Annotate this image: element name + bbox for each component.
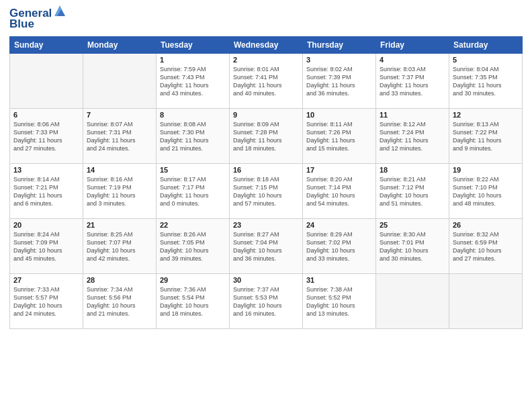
day-info: Sunrise: 7:38 AM Sunset: 5:52 PM Dayligh… bbox=[306, 285, 372, 318]
day-cell: 20Sunrise: 8:24 AM Sunset: 7:09 PM Dayli… bbox=[10, 219, 83, 274]
day-cell: 21Sunrise: 8:25 AM Sunset: 7:07 PM Dayli… bbox=[83, 219, 157, 274]
week-row-2: 13Sunrise: 8:14 AM Sunset: 7:21 PM Dayli… bbox=[10, 164, 523, 219]
day-cell: 16Sunrise: 8:18 AM Sunset: 7:15 PM Dayli… bbox=[230, 164, 303, 219]
day-number: 25 bbox=[380, 221, 445, 229]
day-number: 17 bbox=[306, 166, 372, 174]
day-number: 8 bbox=[160, 111, 226, 119]
day-info: Sunrise: 8:09 AM Sunset: 7:28 PM Dayligh… bbox=[233, 120, 299, 153]
day-number: 27 bbox=[13, 276, 79, 284]
day-cell: 3Sunrise: 8:02 AM Sunset: 7:39 PM Daylig… bbox=[303, 54, 376, 109]
week-row-4: 27Sunrise: 7:33 AM Sunset: 5:57 PM Dayli… bbox=[10, 274, 523, 329]
day-cell: 7Sunrise: 8:07 AM Sunset: 7:31 PM Daylig… bbox=[83, 109, 157, 164]
day-info: Sunrise: 8:13 AM Sunset: 7:22 PM Dayligh… bbox=[453, 120, 519, 153]
header: General Blue bbox=[9, 7, 523, 31]
weekday-sunday: Sunday bbox=[10, 37, 83, 54]
day-cell: 11Sunrise: 8:12 AM Sunset: 7:24 PM Dayli… bbox=[376, 109, 449, 164]
day-cell: 23Sunrise: 8:27 AM Sunset: 7:04 PM Dayli… bbox=[230, 219, 303, 274]
day-cell: 31Sunrise: 7:38 AM Sunset: 5:52 PM Dayli… bbox=[303, 274, 376, 329]
day-number: 10 bbox=[306, 111, 372, 119]
logo: General Blue bbox=[9, 7, 66, 31]
day-number: 22 bbox=[160, 221, 226, 229]
day-number: 9 bbox=[233, 111, 299, 119]
day-cell: 9Sunrise: 8:09 AM Sunset: 7:28 PM Daylig… bbox=[230, 109, 303, 164]
day-cell: 15Sunrise: 8:17 AM Sunset: 7:17 PM Dayli… bbox=[157, 164, 230, 219]
day-number: 19 bbox=[453, 166, 519, 174]
day-info: Sunrise: 8:24 AM Sunset: 7:09 PM Dayligh… bbox=[13, 230, 79, 263]
day-cell: 30Sunrise: 7:37 AM Sunset: 5:53 PM Dayli… bbox=[230, 274, 303, 329]
page: General Blue SundayMondayTuesdayWednesda… bbox=[0, 0, 532, 411]
day-info: Sunrise: 8:07 AM Sunset: 7:31 PM Dayligh… bbox=[87, 120, 152, 153]
day-cell: 26Sunrise: 8:32 AM Sunset: 6:59 PM Dayli… bbox=[449, 219, 523, 274]
day-cell: 8Sunrise: 8:08 AM Sunset: 7:30 PM Daylig… bbox=[157, 109, 230, 164]
day-info: Sunrise: 7:33 AM Sunset: 5:57 PM Dayligh… bbox=[13, 285, 79, 318]
day-number: 15 bbox=[160, 166, 226, 174]
day-cell: 22Sunrise: 8:26 AM Sunset: 7:05 PM Dayli… bbox=[157, 219, 230, 274]
day-info: Sunrise: 8:08 AM Sunset: 7:30 PM Dayligh… bbox=[160, 120, 226, 153]
weekday-wednesday: Wednesday bbox=[230, 37, 303, 54]
day-number: 3 bbox=[306, 56, 372, 64]
day-info: Sunrise: 8:27 AM Sunset: 7:04 PM Dayligh… bbox=[233, 230, 299, 263]
day-cell: 27Sunrise: 7:33 AM Sunset: 5:57 PM Dayli… bbox=[10, 274, 83, 329]
day-cell: 14Sunrise: 8:16 AM Sunset: 7:19 PM Dayli… bbox=[83, 164, 157, 219]
day-number: 2 bbox=[233, 56, 299, 64]
day-cell: 2Sunrise: 8:01 AM Sunset: 7:41 PM Daylig… bbox=[230, 54, 303, 109]
day-number: 20 bbox=[13, 221, 79, 229]
day-cell bbox=[376, 274, 449, 329]
day-info: Sunrise: 8:06 AM Sunset: 7:33 PM Dayligh… bbox=[13, 120, 79, 153]
day-info: Sunrise: 7:37 AM Sunset: 5:53 PM Dayligh… bbox=[233, 285, 299, 318]
day-number: 14 bbox=[87, 166, 152, 174]
day-info: Sunrise: 8:04 AM Sunset: 7:35 PM Dayligh… bbox=[453, 65, 519, 98]
day-info: Sunrise: 8:18 AM Sunset: 7:15 PM Dayligh… bbox=[233, 175, 299, 208]
weekday-friday: Friday bbox=[376, 37, 449, 54]
day-number: 26 bbox=[453, 221, 519, 229]
day-cell: 13Sunrise: 8:14 AM Sunset: 7:21 PM Dayli… bbox=[10, 164, 83, 219]
day-info: Sunrise: 8:21 AM Sunset: 7:12 PM Dayligh… bbox=[380, 175, 445, 208]
day-number: 16 bbox=[233, 166, 299, 174]
week-row-0: 1Sunrise: 7:59 AM Sunset: 7:43 PM Daylig… bbox=[10, 54, 523, 109]
day-cell: 29Sunrise: 7:36 AM Sunset: 5:54 PM Dayli… bbox=[157, 274, 230, 329]
day-number: 11 bbox=[380, 111, 445, 119]
weekday-saturday: Saturday bbox=[449, 37, 523, 54]
weekday-thursday: Thursday bbox=[303, 37, 376, 54]
day-cell: 12Sunrise: 8:13 AM Sunset: 7:22 PM Dayli… bbox=[449, 109, 523, 164]
day-info: Sunrise: 8:22 AM Sunset: 7:10 PM Dayligh… bbox=[453, 175, 519, 208]
weekday-tuesday: Tuesday bbox=[157, 37, 230, 54]
day-cell: 1Sunrise: 7:59 AM Sunset: 7:43 PM Daylig… bbox=[157, 54, 230, 109]
day-number: 18 bbox=[380, 166, 445, 174]
day-cell: 28Sunrise: 7:34 AM Sunset: 5:56 PM Dayli… bbox=[83, 274, 157, 329]
weekday-monday: Monday bbox=[83, 37, 157, 54]
day-info: Sunrise: 8:29 AM Sunset: 7:02 PM Dayligh… bbox=[306, 230, 372, 263]
day-number: 13 bbox=[13, 166, 79, 174]
day-info: Sunrise: 7:36 AM Sunset: 5:54 PM Dayligh… bbox=[160, 285, 226, 318]
day-number: 28 bbox=[87, 276, 152, 284]
day-info: Sunrise: 8:01 AM Sunset: 7:41 PM Dayligh… bbox=[233, 65, 299, 98]
day-number: 4 bbox=[380, 56, 445, 64]
weekday-header-row: SundayMondayTuesdayWednesdayThursdayFrid… bbox=[10, 37, 523, 54]
day-info: Sunrise: 8:17 AM Sunset: 7:17 PM Dayligh… bbox=[160, 175, 226, 208]
day-info: Sunrise: 8:14 AM Sunset: 7:21 PM Dayligh… bbox=[13, 175, 79, 208]
day-info: Sunrise: 8:16 AM Sunset: 7:19 PM Dayligh… bbox=[87, 175, 152, 208]
day-cell: 5Sunrise: 8:04 AM Sunset: 7:35 PM Daylig… bbox=[449, 54, 523, 109]
day-cell: 18Sunrise: 8:21 AM Sunset: 7:12 PM Dayli… bbox=[376, 164, 449, 219]
day-cell: 19Sunrise: 8:22 AM Sunset: 7:10 PM Dayli… bbox=[449, 164, 523, 219]
day-number: 29 bbox=[160, 276, 226, 284]
day-info: Sunrise: 8:03 AM Sunset: 7:37 PM Dayligh… bbox=[380, 65, 445, 98]
day-cell: 4Sunrise: 8:03 AM Sunset: 7:37 PM Daylig… bbox=[376, 54, 449, 109]
day-number: 24 bbox=[306, 221, 372, 229]
day-number: 5 bbox=[453, 56, 519, 64]
day-number: 31 bbox=[306, 276, 372, 284]
week-row-3: 20Sunrise: 8:24 AM Sunset: 7:09 PM Dayli… bbox=[10, 219, 523, 274]
day-info: Sunrise: 8:11 AM Sunset: 7:26 PM Dayligh… bbox=[306, 120, 372, 153]
day-info: Sunrise: 7:34 AM Sunset: 5:56 PM Dayligh… bbox=[87, 285, 152, 318]
day-cell: 17Sunrise: 8:20 AM Sunset: 7:14 PM Dayli… bbox=[303, 164, 376, 219]
day-info: Sunrise: 7:59 AM Sunset: 7:43 PM Dayligh… bbox=[160, 65, 226, 98]
day-number: 23 bbox=[233, 221, 299, 229]
day-number: 21 bbox=[87, 221, 152, 229]
day-cell bbox=[10, 54, 83, 109]
day-info: Sunrise: 8:30 AM Sunset: 7:01 PM Dayligh… bbox=[380, 230, 445, 263]
day-number: 30 bbox=[233, 276, 299, 284]
day-number: 6 bbox=[13, 111, 79, 119]
logo-icon bbox=[53, 4, 66, 17]
day-cell: 10Sunrise: 8:11 AM Sunset: 7:26 PM Dayli… bbox=[303, 109, 376, 164]
day-info: Sunrise: 8:12 AM Sunset: 7:24 PM Dayligh… bbox=[380, 120, 445, 153]
